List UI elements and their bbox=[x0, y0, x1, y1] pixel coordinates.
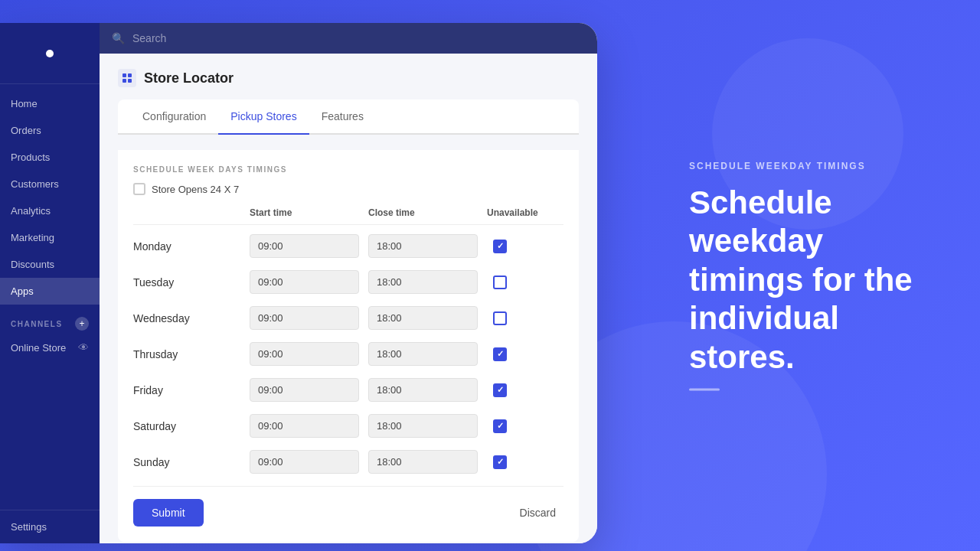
svg-rect-2 bbox=[122, 79, 126, 83]
sidebar-item-home[interactable]: Home bbox=[0, 90, 100, 117]
unavailable-checkbox-saturday[interactable] bbox=[493, 419, 507, 433]
sidebar-nav: Home Orders Products Customers Analytics… bbox=[0, 84, 100, 510]
day-label-wednesday: Wednesday bbox=[133, 312, 240, 324]
unavailable-checkbox-wednesday[interactable] bbox=[493, 311, 507, 325]
unavailable-checkbox-friday[interactable] bbox=[493, 383, 507, 397]
unavailable-checkbox-monday[interactable] bbox=[493, 240, 507, 253]
sidebar-item-customers[interactable]: Customers bbox=[0, 171, 100, 197]
table-row: Saturday bbox=[133, 408, 564, 444]
schedule-card: SCHEDULE WEEK DAYS TIMINGS Store Opens 2… bbox=[118, 150, 579, 542]
sidebar: Home Orders Products Customers Analytics… bbox=[0, 23, 100, 543]
channels-label: CHANNELS bbox=[11, 320, 63, 328]
sidebar-item-marketing[interactable]: Marketing bbox=[0, 224, 100, 251]
start-time-tuesday[interactable] bbox=[250, 270, 359, 294]
search-bar: 🔍 bbox=[100, 23, 597, 54]
schedule-rows: Monday Tuesday Wednesday bbox=[133, 228, 564, 480]
right-panel-divider bbox=[689, 388, 720, 390]
close-time-saturday[interactable] bbox=[368, 414, 478, 438]
store-opens-label: Store Opens 24 X 7 bbox=[152, 184, 239, 195]
schedule-section-title: SCHEDULE WEEK DAYS TIMINGS bbox=[133, 165, 564, 174]
unavailable-checkbox-thursday[interactable] bbox=[493, 347, 507, 361]
start-time-friday[interactable] bbox=[250, 378, 359, 402]
day-label-friday: Friday bbox=[133, 384, 240, 396]
table-row: Wednesday bbox=[133, 300, 564, 336]
start-time-wednesday[interactable] bbox=[250, 306, 359, 330]
start-time-saturday[interactable] bbox=[250, 414, 359, 438]
day-label-tuesday: Tuesday bbox=[133, 276, 240, 289]
svg-rect-0 bbox=[122, 73, 126, 77]
unavailable-checkbox-sunday[interactable] bbox=[493, 455, 507, 469]
right-panel: SCHEDULE WEEKDAY TIMINGS Schedule weekda… bbox=[689, 161, 934, 391]
close-time-thursday[interactable] bbox=[368, 342, 478, 366]
main-card: Home Orders Products Customers Analytics… bbox=[0, 23, 597, 543]
sidebar-item-discounts[interactable]: Discounts bbox=[0, 251, 100, 278]
table-header: Start time Close time Unavailable bbox=[133, 207, 564, 225]
table-row: Sunday bbox=[133, 444, 564, 480]
logo-dot bbox=[46, 50, 54, 57]
close-time-wednesday[interactable] bbox=[368, 306, 478, 330]
sidebar-item-products[interactable]: Products bbox=[0, 144, 100, 171]
day-label-thursday: Thrusday bbox=[133, 348, 240, 360]
search-input[interactable] bbox=[132, 32, 585, 44]
eye-icon: 👁 bbox=[78, 341, 89, 354]
table-row: Friday bbox=[133, 372, 564, 408]
page-title: Store Locator bbox=[144, 70, 234, 86]
page-header: Store Locator bbox=[118, 69, 579, 87]
sidebar-item-orders[interactable]: Orders bbox=[0, 117, 100, 144]
close-time-tuesday[interactable] bbox=[368, 270, 478, 294]
start-time-monday[interactable] bbox=[250, 234, 359, 258]
col-day bbox=[133, 207, 240, 218]
sidebar-item-settings[interactable]: Settings bbox=[11, 521, 89, 533]
table-row: Thrusday bbox=[133, 336, 564, 372]
sidebar-item-analytics[interactable]: Analytics bbox=[0, 197, 100, 224]
close-time-monday[interactable] bbox=[368, 234, 478, 258]
table-row: Monday bbox=[133, 228, 564, 264]
store-opens-checkbox[interactable] bbox=[133, 183, 145, 195]
close-time-friday[interactable] bbox=[368, 378, 478, 402]
tabs: Configuration Pickup Stores Features bbox=[118, 99, 579, 135]
discard-button[interactable]: Discard bbox=[512, 499, 564, 527]
add-channel-button[interactable]: + bbox=[75, 317, 89, 331]
action-bar: Submit Discard bbox=[133, 486, 564, 527]
right-panel-subtitle: SCHEDULE WEEKDAY TIMINGS bbox=[689, 161, 934, 171]
main-content: 🔍 Store Locator Configuration bbox=[100, 23, 597, 543]
submit-button[interactable]: Submit bbox=[133, 499, 204, 527]
table-row: Tuesday bbox=[133, 264, 564, 300]
sidebar-item-online-store[interactable]: Online Store 👁 bbox=[0, 335, 100, 360]
right-panel-title: Schedule weekday timings for the individ… bbox=[689, 184, 934, 377]
search-icon: 🔍 bbox=[112, 32, 125, 44]
day-label-monday: Monday bbox=[133, 240, 240, 253]
store-locator-icon bbox=[118, 69, 136, 87]
sidebar-item-apps[interactable]: Apps bbox=[0, 278, 100, 305]
col-close-time: Close time bbox=[368, 207, 478, 218]
start-time-thursday[interactable] bbox=[250, 342, 359, 366]
day-label-saturday: Saturday bbox=[133, 420, 240, 432]
tab-features[interactable]: Features bbox=[309, 99, 376, 135]
tab-pickup-stores[interactable]: Pickup Stores bbox=[218, 99, 309, 135]
store-opens-row: Store Opens 24 X 7 bbox=[133, 183, 564, 195]
sidebar-logo bbox=[0, 23, 100, 84]
schedule-table: Start time Close time Unavailable Monday… bbox=[133, 207, 564, 480]
sidebar-channels-section: CHANNELS + bbox=[0, 305, 100, 335]
sidebar-bottom: Settings bbox=[0, 510, 100, 543]
svg-rect-1 bbox=[128, 73, 132, 77]
start-time-sunday[interactable] bbox=[250, 450, 359, 474]
svg-rect-3 bbox=[128, 79, 132, 83]
close-time-sunday[interactable] bbox=[368, 450, 478, 474]
col-unavailable: Unavailable bbox=[487, 207, 564, 218]
unavailable-checkbox-tuesday[interactable] bbox=[493, 276, 507, 289]
tab-configuration[interactable]: Configuration bbox=[130, 99, 218, 135]
page-content: Store Locator Configuration Pickup Store… bbox=[100, 54, 597, 543]
col-start-time: Start time bbox=[250, 207, 359, 218]
day-label-sunday: Sunday bbox=[133, 456, 240, 468]
